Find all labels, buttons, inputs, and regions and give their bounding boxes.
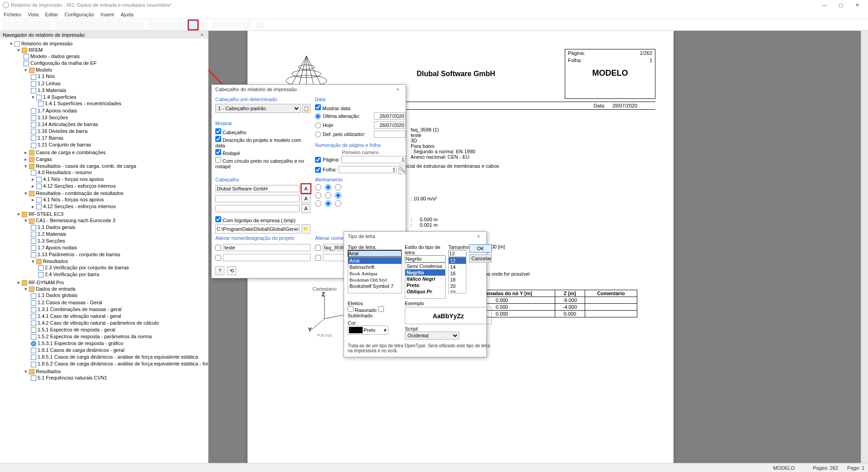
tb-first-icon[interactable] (75, 20, 84, 29)
tb-text-icon[interactable] (242, 20, 251, 29)
tree-item[interactable]: 1.16 Divisões de barra (38, 128, 87, 134)
tree-expander[interactable]: ▾ (31, 94, 35, 100)
browse-button[interactable]: 📁 (301, 224, 310, 234)
show-footer-checkbox[interactable] (215, 149, 221, 155)
font-option[interactable]: Bookman Old Styl (348, 277, 402, 283)
tree-item[interactable]: 1.4.1 Caso de vibração natural - geral (38, 313, 121, 319)
default-button[interactable]: ⟲ (227, 266, 236, 275)
tree-item[interactable]: 1.17 Barras (38, 135, 63, 141)
size-option[interactable]: 12 (449, 258, 466, 264)
tree-item[interactable]: 1.7 Apoios nodais (38, 108, 77, 113)
align-radio[interactable] (325, 200, 331, 207)
tree-rfem[interactable]: RFEM (29, 47, 43, 53)
script-select[interactable]: Ocidental (405, 331, 459, 340)
header-line1-input[interactable] (215, 185, 300, 192)
tree-expander[interactable]: ▾ (24, 190, 28, 196)
preset-select[interactable]: 1 - Cabeçalho padrão (215, 104, 301, 113)
tree-item[interactable]: 1.1 Nós (38, 73, 55, 79)
strike-checkbox[interactable] (348, 306, 354, 312)
style-option[interactable]: Itálico Negri (405, 276, 445, 282)
alt-proj-checkbox[interactable] (215, 245, 221, 251)
minimize-button[interactable]: — (816, 0, 833, 10)
tb-settings-icon[interactable] (135, 20, 144, 29)
tree-item[interactable]: 4.0 Resultados - resumo (38, 170, 92, 175)
tb-prev-icon[interactable] (85, 20, 94, 29)
tree-item[interactable]: 1.2 Casos de massas - Geral (38, 300, 102, 305)
tb-export-icon[interactable] (42, 20, 51, 29)
tree-expander[interactable]: ▾ (24, 163, 28, 169)
font-option[interactable]: Bahnschrift (348, 264, 402, 270)
alt-proj-input[interactable] (223, 244, 310, 251)
tree-expander[interactable]: ▾ (24, 369, 28, 375)
align-radio[interactable] (335, 184, 341, 190)
tree-item[interactable]: 1.8.5.1 Casos de carga dinâmicos - análi… (38, 354, 198, 360)
radio-last-mod[interactable] (315, 113, 321, 119)
tree-expander[interactable]: ▾ (9, 41, 14, 47)
tree-item[interactable]: 1.4.2 Caso de vibração natural - parâmet… (38, 320, 159, 326)
tb-new-icon[interactable] (2, 20, 11, 29)
tree-item[interactable]: Resultados (36, 369, 61, 374)
radio-today[interactable] (315, 122, 321, 128)
close-button[interactable]: ✕ (849, 0, 865, 10)
font-button-2[interactable]: A (301, 194, 310, 203)
show-date-checkbox[interactable] (315, 104, 321, 110)
align-radio[interactable] (335, 192, 341, 199)
style-option[interactable]: Preto (405, 282, 445, 288)
tree-item[interactable]: 1.4 Superfícies (43, 94, 76, 100)
tree-item[interactable]: 1.5.2 Espectros de resposta - parâmetros… (38, 334, 152, 339)
tree-item[interactable]: 1.7 Apoios nodais (38, 245, 77, 250)
font-option[interactable]: Bookshelf Symbol 7 (348, 283, 402, 289)
tree-item[interactable]: 1.13 Parâmetros - conjunto de barras (38, 252, 120, 257)
tree-item[interactable]: Resultados (43, 258, 68, 264)
tree-expander[interactable]: ▸ (31, 183, 35, 189)
tb-graphic-icon[interactable] (222, 20, 231, 29)
maximize-button[interactable]: ▢ (833, 0, 849, 10)
header-line3-input[interactable] (215, 205, 300, 212)
alt-model-checkbox[interactable] (315, 245, 321, 251)
logo-path-input[interactable] (215, 224, 300, 234)
tree-modelo[interactable]: Modelo (36, 67, 52, 73)
tree-item[interactable]: 4.12 Secções - esforços internos (43, 183, 116, 189)
tree-item[interactable]: 1.3.1 Combinações de massas - geral (38, 307, 121, 312)
tb-link-icon[interactable] (212, 20, 221, 29)
align-radio[interactable] (325, 192, 331, 199)
tree-item[interactable]: 2.3 Verificação por conjunto de barras (45, 265, 129, 270)
radio-user-def[interactable] (315, 131, 321, 137)
tree-item[interactable]: Cargas (36, 156, 52, 162)
tree-item[interactable]: 1.8.5.2 Casos de carga dinâmicos - análi… (38, 361, 208, 366)
tree-expander[interactable]: ▾ (16, 47, 21, 53)
font-listbox[interactable]: Arial Bahnschrift Book Antiqua Bookman O… (348, 257, 402, 293)
alt-model2-checkbox[interactable] (315, 255, 321, 261)
tree-item[interactable]: 1.8.1 Casos de carga dinâmicos - geral (38, 347, 124, 353)
align-radio[interactable] (325, 184, 331, 190)
align-radio[interactable] (315, 192, 321, 199)
search-button[interactable]: 🔍 (398, 165, 406, 174)
size-option[interactable]: 16 (449, 270, 466, 277)
tree-rfdynam[interactable]: RF-DYNAM Pro (29, 280, 64, 285)
tree-expander[interactable]: ▾ (16, 280, 21, 286)
tree-item[interactable]: 5.1 Frequências naturais CVN1 (38, 375, 107, 380)
size-listbox[interactable]: 12 14 16 18 20 22 24 (448, 257, 466, 293)
tb-header-settings-icon[interactable] (189, 20, 198, 29)
tree-item[interactable]: Resultados - combinação de resultados (36, 190, 123, 196)
tree-item[interactable]: 4.1 Nós - forças nos apoios (43, 176, 104, 182)
tb-select-icon[interactable] (149, 20, 158, 29)
tb-redo-icon[interactable] (65, 20, 74, 29)
tree-item[interactable]: Resultados - casos de carga, comb. de ca… (36, 163, 136, 169)
tree-expander[interactable]: ▸ (24, 150, 28, 156)
cancel-button[interactable]: Cancelar (469, 254, 492, 263)
date-lastmod-input[interactable] (374, 112, 406, 120)
tree-item[interactable]: Configuração da malha de EF (30, 60, 97, 66)
date-today-input[interactable] (374, 122, 406, 129)
tree-item[interactable]: 2.4 Verificação por barra (45, 272, 99, 277)
font-option[interactable]: Arial (348, 258, 402, 264)
tree-expander[interactable]: ▾ (31, 258, 35, 264)
style-listbox[interactable]: Semi Condensa Negrito Itálico Negri Pret… (405, 263, 446, 299)
tree-expander[interactable]: ▸ (31, 197, 35, 203)
tree-item[interactable]: 1.2 Linhas (38, 81, 61, 86)
navigator-close-icon[interactable]: × (199, 32, 205, 38)
tb-add-icon[interactable] (115, 20, 124, 29)
align-radio[interactable] (335, 200, 341, 207)
font-button-3[interactable]: A (301, 204, 310, 213)
tree-item[interactable]: 1.3 Materiais (38, 88, 66, 93)
